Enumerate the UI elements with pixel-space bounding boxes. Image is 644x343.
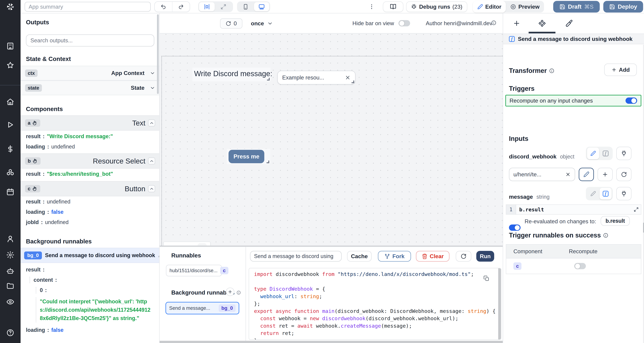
add-background-runnable-button[interactable]: [226, 288, 234, 296]
tab-insert-icon[interactable]: [511, 18, 522, 28]
collapse-button[interactable]: [148, 120, 155, 126]
eval-mode-button[interactable]: f: [600, 148, 612, 159]
info-icon[interactable]: [603, 233, 608, 238]
more-menu-icon[interactable]: [368, 4, 375, 10]
chevron-down-icon[interactable]: [150, 85, 155, 91]
workers-icon[interactable]: [6, 267, 14, 275]
ctx-row[interactable]: ctx App Context: [20, 66, 160, 80]
resize-handle[interactable]: [266, 160, 269, 163]
panel-scrollbar-thumb[interactable]: [643, 223, 644, 232]
tab-settings-icon[interactable]: [537, 18, 548, 28]
users-icon[interactable]: [6, 235, 14, 243]
reeval-toggle[interactable]: [509, 224, 520, 231]
debug-runs-button[interactable]: Debug runs (23): [406, 1, 467, 12]
variables-icon[interactable]: [6, 145, 14, 153]
resource-select-component[interactable]: Example resou...: [277, 71, 356, 84]
collapse-button[interactable]: [148, 158, 155, 164]
search-outputs-input[interactable]: [26, 34, 154, 46]
code-vertical-scrollbar[interactable]: [498, 268, 501, 340]
msg-connect-button[interactable]: [616, 187, 632, 200]
app-summary-input[interactable]: [24, 2, 151, 12]
static-mode-button[interactable]: [587, 148, 599, 159]
settings-icon[interactable]: [6, 251, 14, 259]
cache-button[interactable]: Cache: [347, 251, 372, 262]
bg-runnable-item[interactable]: Send a message... bg_0: [166, 302, 239, 314]
undo-button[interactable]: [155, 2, 172, 12]
folders-icon[interactable]: [6, 282, 14, 290]
runs-icon[interactable]: [6, 121, 14, 129]
plug-icon: [621, 190, 627, 197]
code-line: const ret = await webhook.createMessage(…: [254, 322, 496, 330]
dw-edit-button[interactable]: [579, 168, 594, 181]
help-icon[interactable]: [6, 329, 14, 337]
info-icon[interactable]: [549, 68, 554, 74]
panel-scrollbar-track[interactable]: [643, 45, 644, 343]
deploy-button[interactable]: Deploy: [603, 1, 643, 12]
chevron-down-icon[interactable]: [150, 70, 155, 76]
recompute-toggle[interactable]: [626, 98, 637, 104]
component-c-header[interactable]: c Button: [20, 181, 160, 196]
tab-styling-icon[interactable]: [564, 18, 574, 28]
deploy-label: Deploy: [618, 4, 637, 10]
hide-bar-toggle[interactable]: [398, 20, 410, 26]
tab-editor[interactable]: Editor: [473, 1, 506, 12]
edit-icon[interactable]: [158, 253, 160, 258]
text-component[interactable]: Write Discord message:: [192, 68, 270, 82]
schedules-icon[interactable]: [6, 188, 14, 196]
refresh-result-button[interactable]: [456, 251, 471, 262]
home-icon[interactable]: [6, 98, 14, 106]
copy-code-icon[interactable]: [484, 276, 489, 281]
component-b-header[interactable]: b Resource Select: [20, 154, 160, 168]
msg-expression-editor[interactable]: 1 b.result: [506, 204, 641, 215]
panel-divider[interactable]: [160, 246, 503, 247]
sidebar-scrollbar[interactable]: [157, 14, 159, 94]
resize-handle[interactable]: [267, 78, 270, 80]
add-transformer-button[interactable]: Add: [604, 64, 637, 76]
workspace-icon[interactable]: [6, 42, 14, 50]
clear-resource-icon[interactable]: [565, 172, 571, 177]
horizontal-scrollbar[interactable]: [160, 341, 503, 343]
run-button[interactable]: Run: [476, 251, 494, 262]
runnable-item[interactable]: hub/1511/discord/se... c: [166, 265, 222, 276]
state-row[interactable]: state State: [20, 80, 160, 95]
dw-connect-button[interactable]: [616, 147, 632, 160]
audit-logs-icon[interactable]: [6, 298, 14, 306]
clear-selection-icon[interactable]: [345, 75, 350, 80]
center-layout-button[interactable]: [199, 2, 215, 11]
favorites-icon[interactable]: [6, 61, 14, 69]
eval-mode-button[interactable]: f: [600, 188, 612, 200]
resources-icon[interactable]: [6, 168, 14, 177]
docs-button[interactable]: [383, 1, 404, 12]
row-recompute-toggle[interactable]: [574, 263, 586, 269]
canvas-grid[interactable]: Write Discord message: Example resou... …: [160, 34, 503, 247]
background-runnables-title: Background runnables: [26, 238, 92, 245]
collapse-button[interactable]: [148, 185, 155, 192]
resize-handle[interactable]: [352, 80, 354, 83]
bg0-row[interactable]: bg_0 Send a message to discord using web…: [20, 248, 160, 263]
mobile-view-button[interactable]: [238, 2, 253, 11]
fork-button[interactable]: Fork: [378, 251, 411, 262]
pencil-icon: [590, 191, 596, 196]
dw-refresh-button[interactable]: [616, 168, 632, 181]
code-editor[interactable]: import discordwebhook from "https://deno…: [249, 268, 501, 340]
script-name-input[interactable]: [250, 251, 342, 262]
expand-editor-icon[interactable]: [634, 207, 639, 212]
press-me-button[interactable]: Press me: [228, 150, 264, 163]
reeval-target-chip[interactable]: b.result: [600, 216, 630, 226]
info-icon[interactable]: [491, 20, 496, 26]
frequency-dropdown[interactable]: once: [251, 18, 273, 28]
refresh-count-button[interactable]: 0: [220, 18, 242, 28]
draft-button[interactable]: Draft ⌘S: [553, 1, 600, 12]
dw-resource-select[interactable]: u/henri/te...: [509, 168, 575, 181]
info-icon[interactable]: [236, 290, 241, 295]
fullscreen-button[interactable]: [216, 2, 231, 11]
windmill-logo[interactable]: [0, 0, 20, 14]
expand-rail-icon[interactable]: [6, 342, 14, 343]
dw-add-resource-button[interactable]: [598, 168, 613, 181]
tab-preview[interactable]: Preview: [506, 1, 544, 12]
clear-button[interactable]: Clear: [416, 251, 450, 262]
desktop-view-button[interactable]: [254, 2, 269, 11]
component-a-header[interactable]: a Text: [20, 116, 160, 130]
static-mode-button[interactable]: [587, 188, 599, 200]
redo-button[interactable]: [172, 2, 190, 12]
